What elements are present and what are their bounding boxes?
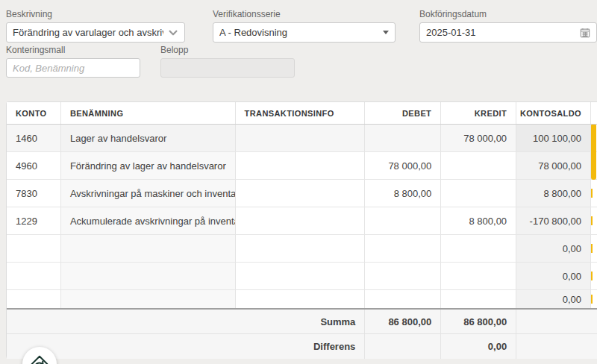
differens-debet <box>365 334 441 359</box>
konteringsmall-label: Konteringsmall <box>6 45 140 55</box>
differens-row: Differens 0,00 <box>7 334 597 359</box>
cell-kredit[interactable]: 78 000,00 <box>441 125 516 151</box>
summa-label: Summa <box>7 310 365 333</box>
balance-tick <box>591 244 593 253</box>
summa-kredit: 86 800,00 <box>441 310 516 333</box>
table-footer: Summa 86 800,00 86 800,00 Differens 0,00 <box>7 308 597 359</box>
verifikationsserie-field: Verifikationsserie A - Redovisning <box>213 9 396 43</box>
verifikationsserie-value: A - Redovisning <box>219 27 378 38</box>
cell-konto[interactable] <box>7 290 61 308</box>
cell-kontosaldo: 0,00 <box>516 235 591 262</box>
header-debet: DEBET <box>365 102 441 124</box>
cell-gutter <box>591 207 597 234</box>
bokforingsdatum-input[interactable]: 2025-01-31 <box>419 22 597 43</box>
balance-tick <box>591 295 593 304</box>
verifikationsserie-select[interactable]: A - Redovisning <box>213 22 396 43</box>
cell-debet[interactable] <box>365 125 441 151</box>
cell-benamning <box>61 290 236 308</box>
table-body: 1460 Lager av handelsvaror 78 000,00 100… <box>7 125 597 308</box>
cell-transaktionsinfo[interactable] <box>236 263 366 289</box>
cell-kredit[interactable] <box>441 290 516 308</box>
bokforingsdatum-field: Bokföringsdatum 2025-01-31 <box>419 9 597 43</box>
verification-table: KONTO BENÄMNING TRANSAKTIONSINFO DEBET K… <box>6 101 597 359</box>
header-transaktionsinfo: TRANSAKTIONSINFO <box>236 102 366 124</box>
beskrivning-field: Beskrivning Förändring av varulager och … <box>6 9 185 43</box>
cell-kontosaldo: 0,00 <box>516 290 591 308</box>
table-row: 0,00 <box>7 290 597 308</box>
bokforingsdatum-label: Bokföringsdatum <box>419 9 597 19</box>
summa-row: Summa 86 800,00 86 800,00 <box>7 310 597 334</box>
cell-kredit[interactable] <box>441 235 516 262</box>
beskrivning-select[interactable]: Förändring av varulager och avskrivning <box>6 22 185 43</box>
cell-debet[interactable]: 8 800,00 <box>365 180 441 207</box>
cell-benamning <box>61 235 236 262</box>
differens-kontosaldo <box>516 334 597 359</box>
table-header-row: KONTO BENÄMNING TRANSAKTIONSINFO DEBET K… <box>7 102 597 125</box>
cell-gutter <box>591 290 597 308</box>
caret-down-icon <box>383 31 389 34</box>
cell-konto[interactable] <box>7 263 61 289</box>
table-row: 4960 Förändring av lager av handelsvaror… <box>7 152 597 180</box>
cell-konto[interactable]: 4960 <box>7 152 61 179</box>
header-kontosaldo: KONTOSALDO <box>516 102 591 124</box>
table-row: 0,00 <box>7 235 597 263</box>
differens-label: Differens <box>7 334 365 359</box>
cell-benamning: Avskrivningar på maskiner och inventarie… <box>61 180 236 207</box>
balance-tick <box>591 189 593 198</box>
cell-kredit[interactable] <box>441 180 516 207</box>
summa-kontosaldo <box>516 310 597 333</box>
cell-kontosaldo: 0,00 <box>516 263 591 289</box>
cell-transaktionsinfo[interactable] <box>236 180 366 207</box>
cell-debet[interactable] <box>365 263 441 289</box>
header-benamning: BENÄMNING <box>61 102 236 124</box>
cell-konto[interactable] <box>7 235 61 262</box>
cell-gutter <box>591 235 597 262</box>
cell-debet[interactable] <box>365 235 441 262</box>
cell-gutter <box>591 180 597 207</box>
cell-benamning: Lager av handelsvaror <box>61 125 236 151</box>
cell-kontosaldo: 8 800,00 <box>516 180 591 207</box>
table-row: 7830 Avskrivningar på maskiner och inven… <box>7 180 597 207</box>
beskrivning-label: Beskrivning <box>6 9 185 19</box>
balance-tick <box>591 272 593 280</box>
bokforingsdatum-value: 2025-01-31 <box>426 27 580 38</box>
table-row: 1229 Ackumulerade avskrivningar på inven… <box>7 207 597 235</box>
cell-transaktionsinfo[interactable] <box>236 290 366 308</box>
cell-kredit[interactable]: 8 800,00 <box>441 207 516 234</box>
cell-konto[interactable]: 1229 <box>7 207 61 234</box>
belopp-field: Belopp <box>160 45 295 78</box>
cell-kontosaldo: -170 800,00 <box>516 207 591 234</box>
cell-transaktionsinfo[interactable] <box>236 125 366 151</box>
cell-konto[interactable]: 7830 <box>7 180 61 207</box>
summa-debet: 86 800,00 <box>365 310 441 333</box>
chevron-down-icon <box>168 28 178 38</box>
cell-benamning <box>61 263 236 289</box>
konteringsmall-field: Konteringsmall <box>6 45 140 78</box>
cell-debet[interactable]: 78 000,00 <box>365 152 441 179</box>
cell-transaktionsinfo[interactable] <box>236 152 366 179</box>
header-konto: KONTO <box>7 102 61 124</box>
differens-kredit: 0,00 <box>441 334 516 359</box>
header-kredit: KREDIT <box>441 102 516 124</box>
pen-arrow-icon <box>29 354 50 364</box>
cell-transaktionsinfo[interactable] <box>236 235 366 262</box>
belopp-input <box>160 58 295 78</box>
cell-kontosaldo: 78 000,00 <box>516 152 591 179</box>
cell-benamning: Förändring av lager av handelsvaror <box>61 152 236 179</box>
cell-kredit[interactable] <box>441 263 516 289</box>
konteringsmall-input[interactable] <box>6 58 140 78</box>
cell-benamning: Ackumulerade avskrivningar på inventarie… <box>61 207 236 234</box>
cell-konto[interactable]: 1460 <box>7 125 61 151</box>
verifikationsserie-label: Verifikationsserie <box>213 9 396 19</box>
header-gutter <box>591 102 597 124</box>
cell-debet[interactable] <box>365 207 441 234</box>
cell-debet[interactable] <box>365 290 441 308</box>
yellow-scrollbar-thumb[interactable] <box>591 125 596 180</box>
cell-gutter <box>591 263 597 289</box>
cell-kredit[interactable] <box>441 152 516 179</box>
table-row: 1460 Lager av handelsvaror 78 000,00 100… <box>7 125 597 152</box>
calendar-icon[interactable] <box>580 28 590 38</box>
balance-tick <box>591 216 593 225</box>
cell-transaktionsinfo[interactable] <box>236 207 366 234</box>
cell-kontosaldo: 100 100,00 <box>516 125 591 151</box>
